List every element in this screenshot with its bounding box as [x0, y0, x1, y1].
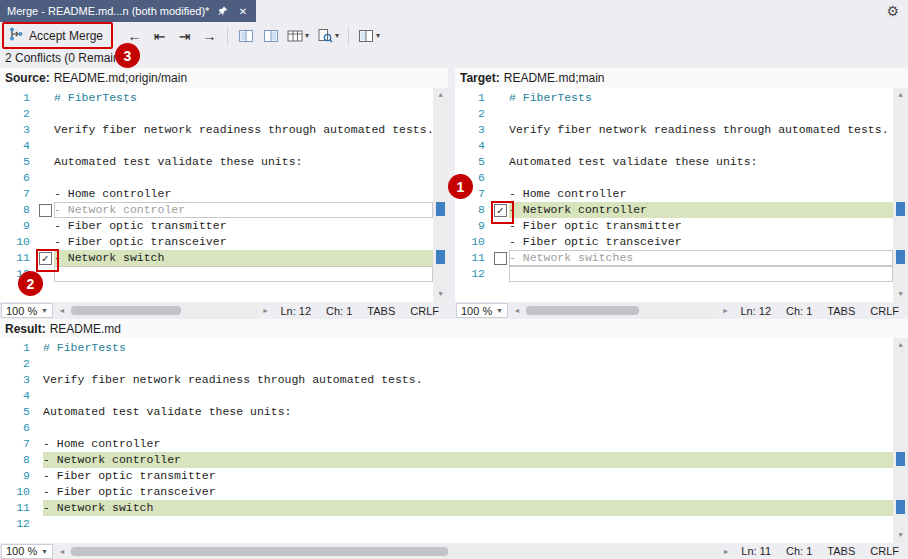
scroll-right-arrow-icon[interactable]: ►	[719, 548, 733, 555]
result-horizontal-scrollbar[interactable]: ◄ ►	[55, 544, 733, 559]
conflict-checkbox[interactable]	[494, 252, 507, 265]
scroll-down-arrow-icon[interactable]: ▼	[893, 528, 908, 543]
selection-margin	[38, 202, 54, 218]
chevron-down-icon: ▼	[41, 307, 48, 314]
line-number: 5	[0, 154, 38, 170]
accept-merge-button[interactable]: Accept Merge	[4, 24, 111, 47]
selection-margin	[38, 106, 54, 122]
selection-margin	[38, 372, 43, 388]
scroll-down-arrow-icon[interactable]: ▼	[433, 287, 448, 302]
code-text	[54, 138, 433, 154]
result-pane-header: Result: README.md	[0, 319, 908, 339]
scrollbar-thumb[interactable]	[71, 547, 448, 556]
code-line: 2	[0, 356, 893, 372]
first-difference-button[interactable]: ⇤	[148, 25, 171, 47]
scrollbar-thumb[interactable]	[526, 306, 639, 315]
gear-icon[interactable]: ⚙	[886, 3, 899, 19]
scrollbar-track[interactable]	[69, 303, 258, 318]
line-number: 7	[0, 436, 38, 452]
close-icon[interactable]: ✕	[236, 5, 249, 18]
line-number: 8	[0, 452, 38, 468]
source-status-bar: 100 % ▼ ◄ ► Ln: 12 Ch: 1 TABS CRLF	[0, 302, 448, 319]
code-line: 9- Fiber optic transmitter	[0, 468, 893, 484]
code-text: - Fiber optic transceiver	[509, 234, 893, 250]
conflict-checkbox[interactable]: ✓	[494, 204, 507, 217]
scroll-left-arrow-icon[interactable]: ◄	[510, 307, 524, 314]
code-line: 6	[0, 170, 433, 186]
selection-margin: ✓	[38, 250, 54, 266]
target-pane-header: Target: README.md;main	[455, 68, 908, 88]
code-line: 1# FiberTests	[455, 90, 893, 106]
result-zoom-select[interactable]: 100 % ▼	[1, 544, 53, 559]
code-text: # FiberTests	[509, 90, 893, 106]
source-horizontal-scrollbar[interactable]: ◄ ►	[55, 303, 272, 318]
code-line: 10- Fiber optic transceiver	[0, 234, 433, 250]
line-number: 10	[0, 234, 38, 250]
code-line: 4	[455, 138, 893, 154]
target-editor[interactable]: 1# FiberTests23Verify fiber network read…	[455, 88, 908, 302]
next-difference-button[interactable]: →	[198, 25, 221, 47]
selection-margin	[38, 218, 54, 234]
selection-margin	[493, 138, 509, 154]
code-text: - Network controller	[509, 202, 893, 218]
selection-margin	[38, 404, 43, 420]
view-mode-dropdown[interactable]: ▾	[355, 25, 383, 47]
conflict-checkbox-wrap	[494, 252, 507, 265]
scrollbar-thumb[interactable]	[71, 306, 181, 315]
document-tab[interactable]: Merge - README.md...n (both modified)* ✕	[0, 0, 256, 22]
compare-options-dropdown[interactable]: ▾	[314, 25, 342, 47]
column-indicator: Ch: 1	[326, 305, 352, 317]
line-number: 12	[455, 266, 493, 282]
target-zoom-select[interactable]: 100 % ▼	[456, 303, 508, 318]
two-way-view-button[interactable]	[234, 25, 257, 47]
scrollbar-track[interactable]	[69, 544, 719, 559]
selection-margin	[38, 170, 54, 186]
scroll-right-arrow-icon[interactable]: ►	[718, 307, 732, 314]
code-line: 7- Home controller	[0, 186, 433, 202]
result-editor[interactable]: 1# FiberTests23Verify fiber network read…	[0, 338, 908, 543]
code-line: 7- Home controller	[0, 436, 893, 452]
layout-options-dropdown[interactable]: ▾	[284, 25, 312, 47]
last-difference-button[interactable]: ⇥	[173, 25, 196, 47]
target-vertical-scrollbar[interactable]: ▲ ▼	[893, 88, 908, 302]
scroll-up-arrow-icon[interactable]: ▲	[893, 88, 908, 103]
code-line: 5Automated test validate these units:	[0, 404, 893, 420]
selection-margin	[493, 170, 509, 186]
scroll-left-arrow-icon[interactable]: ◄	[55, 307, 69, 314]
conflict-checkbox[interactable]	[39, 204, 52, 217]
line-number: 6	[0, 170, 38, 186]
selection-margin	[38, 452, 43, 468]
scroll-down-arrow-icon[interactable]: ▼	[893, 287, 908, 302]
code-line: 8- Network controller	[0, 452, 893, 468]
scroll-left-arrow-icon[interactable]: ◄	[55, 548, 69, 555]
line-number: 4	[455, 138, 493, 154]
source-vertical-scrollbar[interactable]: ▲ ▼	[433, 88, 448, 302]
conflict-checkbox[interactable]: ✓	[39, 252, 52, 265]
source-editor[interactable]: 1# FiberTests23Verify fiber network read…	[0, 88, 448, 302]
selection-margin	[493, 266, 509, 282]
code-text	[509, 170, 893, 186]
line-number: 2	[0, 356, 38, 372]
code-line: 1# FiberTests	[0, 90, 433, 106]
code-text: - Fiber optic transceiver	[43, 484, 893, 500]
line-number: 11	[0, 500, 38, 516]
split-view-button[interactable]	[259, 25, 282, 47]
scrollbar-track[interactable]	[524, 303, 718, 318]
line-indicator: Ln: 12	[280, 305, 311, 317]
code-line: 10- Fiber optic transceiver	[455, 234, 893, 250]
eol-indicator: CRLF	[870, 305, 899, 317]
conflicts-status-text: 2 Conflicts (0 Remain	[5, 51, 120, 65]
pin-icon[interactable]	[216, 5, 229, 18]
zoom-value: 100 %	[6, 545, 37, 557]
scroll-right-arrow-icon[interactable]: ►	[258, 307, 272, 314]
result-vertical-scrollbar[interactable]: ▲ ▼	[893, 338, 908, 543]
eol-indicator: CRLF	[410, 305, 439, 317]
result-status-bar: 100 % ▼ ◄ ► Ln: 11 Ch: 1 TABS CRLF	[0, 543, 908, 559]
source-zoom-select[interactable]: 100 % ▼	[1, 303, 53, 318]
target-horizontal-scrollbar[interactable]: ◄ ►	[510, 303, 732, 318]
code-text: - Home controller	[54, 186, 433, 202]
scroll-up-arrow-icon[interactable]: ▲	[893, 338, 908, 353]
zoom-value: 100 %	[6, 305, 37, 317]
code-line: 12	[0, 516, 893, 532]
scroll-up-arrow-icon[interactable]: ▲	[433, 88, 448, 103]
